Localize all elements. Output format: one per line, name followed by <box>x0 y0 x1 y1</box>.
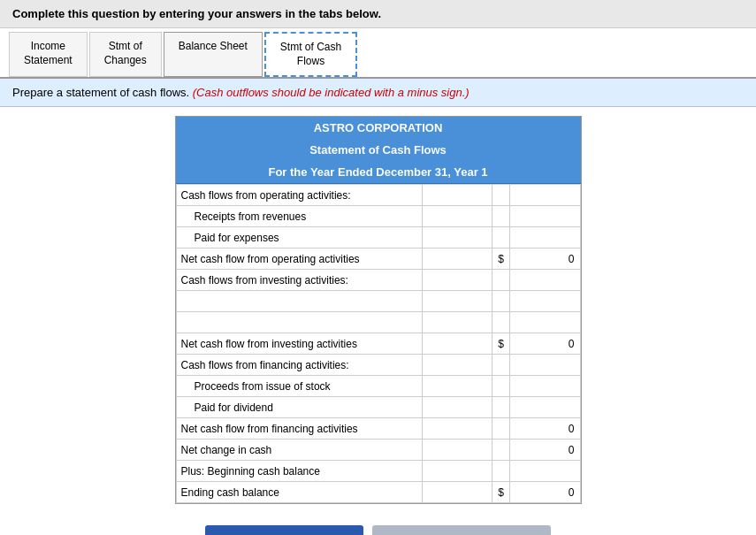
row-dollar: $ <box>493 333 510 355</box>
row-label: Plus: Beginning cash balance <box>176 461 422 482</box>
tab-stmt-cash-flows[interactable]: Stmt of CashFlows <box>264 32 357 77</box>
table-row: Paid for dividend <box>176 397 580 418</box>
table-row <box>176 291 580 312</box>
input-net-financing[interactable] <box>515 423 574 435</box>
input-net-investing[interactable] <box>515 338 574 350</box>
table-row: Receipts from revenues <box>176 206 580 227</box>
row-value[interactable] <box>510 333 580 355</box>
row-value[interactable] <box>510 418 580 439</box>
bottom-nav: ‹ < Balance Sheet Stmt of Cash Flows > <box>0 513 756 535</box>
row-input1[interactable] <box>422 227 492 248</box>
statement-container: ASTRO CORPORATION Statement of Cash Flow… <box>175 116 582 504</box>
table-row: Plus: Beginning cash balance <box>176 461 580 482</box>
row-value <box>510 270 580 291</box>
input-ending-cash[interactable] <box>515 486 574 499</box>
tab-balance-sheet[interactable]: Balance Sheet <box>164 32 263 77</box>
row-input1[interactable] <box>422 291 492 312</box>
row-dollar <box>493 312 510 333</box>
row-dollar <box>493 355 510 376</box>
row-input1 <box>422 418 492 439</box>
input-paid-dividend[interactable] <box>427 401 487 414</box>
row-value[interactable] <box>510 439 580 461</box>
row-input1[interactable] <box>422 397 492 418</box>
row-label: Paid for dividend <box>176 397 422 418</box>
row-input1 <box>422 355 492 376</box>
input-receipts-revenues[interactable] <box>427 210 487 223</box>
row-dollar <box>493 376 510 397</box>
row-dollar <box>493 397 510 418</box>
row-input1 <box>422 185 492 206</box>
table-row: Net cash flow from financing activities <box>176 418 580 439</box>
row-label: Net cash flow from financing activities <box>176 418 422 439</box>
input-net-change-cash[interactable] <box>515 444 574 456</box>
table-row: Net cash flow from investing activities … <box>176 333 580 355</box>
row-value <box>510 291 580 312</box>
row-label: Paid for expenses <box>176 227 422 248</box>
tabs-row: IncomeStatement Stmt ofChanges Balance S… <box>0 28 756 79</box>
row-value <box>510 227 580 248</box>
row-label: Net change in cash <box>176 439 422 461</box>
row-label: Net cash flow from investing activities <box>176 333 422 355</box>
row-dollar <box>493 439 510 461</box>
row-label <box>176 312 422 333</box>
prev-button[interactable]: ‹ < Balance Sheet <box>205 525 363 535</box>
row-value <box>510 397 580 418</box>
input-paid-expenses[interactable] <box>427 232 487 244</box>
table-row: Cash flows from operating activities: <box>176 185 580 206</box>
row-value[interactable] <box>510 482 580 503</box>
row-input1[interactable] <box>422 312 492 333</box>
row-dollar <box>493 461 510 482</box>
row-input1[interactable] <box>422 206 492 227</box>
row-dollar <box>493 227 510 248</box>
table-row: Cash flows from financing activities: <box>176 355 580 376</box>
row-label: Cash flows from operating activities: <box>176 185 422 206</box>
table-row: Paid for expenses <box>176 227 580 248</box>
tab-income-statement[interactable]: IncomeStatement <box>9 32 88 77</box>
row-label: Net cash flow from operating activities <box>176 248 422 270</box>
input-investing-1[interactable] <box>427 295 487 308</box>
content-area: ASTRO CORPORATION Statement of Cash Flow… <box>0 107 756 513</box>
row-dollar <box>493 206 510 227</box>
row-dollar <box>493 418 510 439</box>
input-proceeds-stock[interactable] <box>427 380 487 393</box>
row-value <box>510 355 580 376</box>
input-beginning-cash[interactable] <box>427 465 487 478</box>
row-value <box>510 376 580 397</box>
row-dollar <box>493 185 510 206</box>
info-highlight: (Cash outflows should be indicated with … <box>193 86 470 99</box>
statement-table: Cash flows from operating activities: Re… <box>176 184 581 503</box>
table-row <box>176 312 580 333</box>
row-label: Cash flows from investing activities: <box>176 270 422 291</box>
row-value <box>510 185 580 206</box>
table-row: Proceeds from issue of stock <box>176 376 580 397</box>
row-label: Cash flows from financing activities: <box>176 355 422 376</box>
row-dollar <box>493 270 510 291</box>
info-text: Prepare a statement of cash flows. <box>12 86 189 99</box>
company-name: ASTRO CORPORATION <box>176 117 581 139</box>
table-row: Ending cash balance $ <box>176 482 580 503</box>
row-input1[interactable] <box>422 461 492 482</box>
row-label: Ending cash balance <box>176 482 422 503</box>
instruction-bar: Complete this question by entering your … <box>0 0 756 28</box>
input-investing-2[interactable] <box>427 317 487 329</box>
row-input1 <box>422 439 492 461</box>
row-value <box>510 312 580 333</box>
table-row: Cash flows from investing activities: <box>176 270 580 291</box>
next-button[interactable]: Stmt of Cash Flows > <box>372 525 551 535</box>
row-dollar: $ <box>493 248 510 270</box>
row-input1 <box>422 270 492 291</box>
table-row: Net change in cash <box>176 439 580 461</box>
row-label: Receipts from revenues <box>176 206 422 227</box>
instruction-text: Complete this question by entering your … <box>12 7 381 20</box>
row-input1[interactable] <box>422 376 492 397</box>
tab-stmt-changes[interactable]: Stmt ofChanges <box>89 32 162 77</box>
row-value[interactable] <box>510 248 580 270</box>
table-row: Net cash flow from operating activities … <box>176 248 580 270</box>
row-input1 <box>422 248 492 270</box>
input-net-operating[interactable] <box>515 253 574 265</box>
row-value <box>510 206 580 227</box>
row-dollar <box>493 291 510 312</box>
row-dollar: $ <box>493 482 510 503</box>
row-input1 <box>422 333 492 355</box>
row-value <box>510 461 580 482</box>
